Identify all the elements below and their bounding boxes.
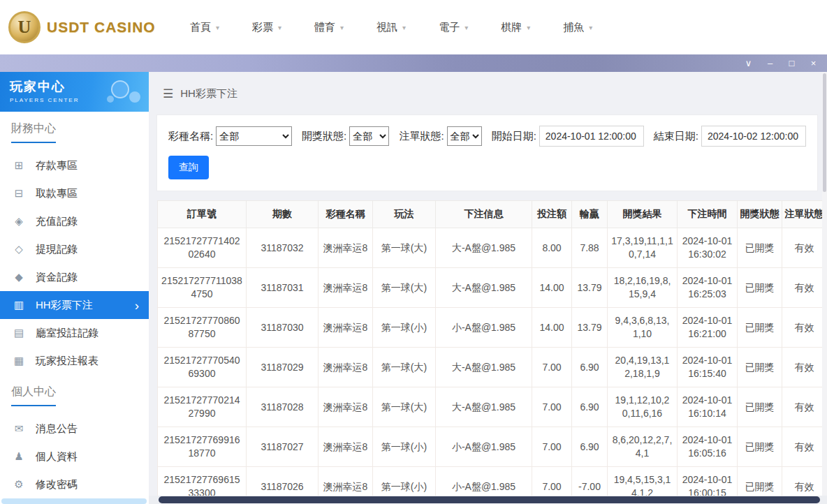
bet-table: 訂單號期數彩種名稱玩法下注信息投注額輸贏開獎結果下注時間開獎狀態注單狀態 215… <box>157 200 827 504</box>
table-cell: 2152172777110384750 <box>158 268 247 308</box>
lottery-name-select[interactable]: 全部 <box>216 126 292 146</box>
table-cell: 31187030 <box>247 308 319 348</box>
nav-item[interactable]: 體育▾ <box>314 21 344 34</box>
table-cell: 7.88 <box>572 228 608 268</box>
table-cell: 2024-10-01 16:10:14 <box>678 387 738 427</box>
table-cell: 19,1,12,10,20,11,6,16 <box>608 387 678 427</box>
table-cell: 7.00 <box>532 427 572 467</box>
order-status-select[interactable]: 全部 <box>447 126 482 146</box>
sidebar-item[interactable]: ▦玩家投注報表 <box>0 347 149 375</box>
table-cell: 澳洲幸运8 <box>319 387 373 427</box>
chips-decoration-icon <box>100 77 142 108</box>
sidebar-item[interactable]: ▥HH彩票下注› <box>0 291 149 319</box>
nav-item[interactable]: 首頁▾ <box>190 21 219 34</box>
table-cell: 有效 <box>782 268 827 308</box>
nav-item-label: 體育 <box>314 21 335 34</box>
sidebar-item[interactable]: ⚙修改密碼 <box>0 470 149 498</box>
table-cell: 31187031 <box>247 268 319 308</box>
sidebar-item[interactable]: ▤廳室投註記錄 <box>0 319 149 347</box>
table-cell: 第一球(大) <box>373 228 436 268</box>
sidebar-section-heading-text: 財務中心 <box>11 121 56 143</box>
column-header: 期數 <box>247 201 319 228</box>
password-icon: ⚙ <box>13 478 25 491</box>
window-controls: ∨ – □ × <box>738 54 824 72</box>
column-header: 開獎結果 <box>608 201 678 228</box>
chevron-down-icon: ▾ <box>278 24 281 31</box>
sidebar-section-heading: 財務中心 <box>0 112 149 143</box>
nav-item-label: 彩票 <box>252 21 273 34</box>
table-cell: 2152172777086087750 <box>158 308 247 348</box>
table-row: 215217277699161877031187027澳洲幸运8第一球(小)小-… <box>158 427 827 467</box>
nav-item-label: 棋牌 <box>501 21 522 34</box>
table-cell: 第一球(大) <box>373 387 436 427</box>
table-cell: 已開獎 <box>738 427 782 467</box>
table-cell: 有效 <box>782 348 827 387</box>
table-cell: 澳洲幸运8 <box>319 228 373 268</box>
chevron-down-icon: ▾ <box>216 24 219 31</box>
sidebar-item[interactable]: ✉消息公告 <box>0 415 149 443</box>
table-cell: 2152172777021427990 <box>158 387 247 427</box>
withdrawal-record-icon: ◇ <box>13 243 25 255</box>
sidebar-section-heading-text: 個人中心 <box>11 385 56 406</box>
table-cell: 31187032 <box>247 228 319 268</box>
sidebar-item[interactable]: ⊞存款專區 <box>0 151 149 179</box>
sidebar-menu: 財務中心⊞存款專區⊟取款專區◈充值記錄◇提現記錄◆資金記錄▥HH彩票下注›▤廳室… <box>0 112 149 498</box>
table-cell: 14.00 <box>532 268 572 308</box>
sidebar-item[interactable]: ◈充值記錄 <box>0 207 149 235</box>
profile-icon: ♟ <box>13 450 25 463</box>
start-date-input[interactable] <box>539 126 644 147</box>
horizontal-scrollbar[interactable] <box>149 496 827 504</box>
sidebar-item-label: 充值記錄 <box>36 215 78 228</box>
sidebar-item[interactable]: ◇提現記錄 <box>0 235 149 263</box>
sidebar-item-label: 資金記錄 <box>36 271 78 284</box>
sidebar-item[interactable]: ♟個人資料 <box>0 443 149 470</box>
minimize-icon[interactable]: – <box>759 54 781 72</box>
close-icon[interactable]: × <box>803 54 824 72</box>
horizontal-scrollbar-thumb[interactable] <box>159 496 820 503</box>
vertical-scrollbar[interactable] <box>822 72 827 496</box>
sidebar-item-label: 修改密碼 <box>36 478 78 491</box>
table-cell: 已開獎 <box>738 348 782 387</box>
hamburger-menu-icon[interactable]: ☰ <box>163 87 173 101</box>
table-cell: 7.00 <box>532 387 572 427</box>
filter-panel: 彩種名稱: 全部 開獎狀態: 全部 注單狀態: 全部 開始日期: 結束日期: 查… <box>157 115 817 191</box>
draw-status-label: 開獎狀態: <box>302 130 346 143</box>
table-row: 215217277711038475031187031澳洲幸运8第一球(大)大-… <box>158 268 827 308</box>
collapse-icon[interactable]: ∨ <box>738 54 759 72</box>
vertical-scrollbar-thumb[interactable] <box>823 73 826 192</box>
end-date-input[interactable] <box>701 126 806 147</box>
nav-item[interactable]: 視訊▾ <box>376 21 406 34</box>
table-header-row: 訂單號期數彩種名稱玩法下注信息投注額輸贏開獎結果下注時間開獎狀態注單狀態 <box>158 201 827 228</box>
nav-item[interactable]: 電子▾ <box>439 21 468 34</box>
brand-logo-icon: U <box>8 11 41 43</box>
draw-status-select[interactable]: 全部 <box>349 126 389 146</box>
sidebar-item[interactable]: ◆資金記錄 <box>0 263 149 291</box>
table-cell: 31187028 <box>247 387 319 427</box>
table-cell: 13.79 <box>572 268 608 308</box>
sidebar-item-label: 消息公告 <box>36 422 78 436</box>
table-cell: 2152172776991618770 <box>158 427 247 467</box>
start-date-label: 開始日期: <box>492 130 536 143</box>
table-cell: 澳洲幸运8 <box>319 268 373 308</box>
maximize-icon[interactable]: □ <box>781 54 803 72</box>
sidebar-item[interactable]: ⊟取款專區 <box>0 179 149 207</box>
table-cell: 7.00 <box>532 348 572 387</box>
sidebar-header: 玩家中心 PLAYERS CENTER <box>0 72 149 112</box>
column-header: 投注額 <box>532 201 572 228</box>
sidebar: 玩家中心 PLAYERS CENTER 財務中心⊞存款專區⊟取款專區◈充值記錄◇… <box>0 72 149 504</box>
search-button[interactable]: 查詢 <box>168 156 209 179</box>
table-cell: 8.00 <box>532 228 572 268</box>
table-cell: 澳洲幸运8 <box>319 427 373 467</box>
column-header: 注單狀態 <box>782 201 827 228</box>
table-cell: 18,2,16,19,8,15,9,4 <box>608 268 678 308</box>
nav-item[interactable]: 棋牌▾ <box>501 21 530 34</box>
nav-item[interactable]: 捕魚▾ <box>563 21 592 34</box>
table-cell: 31187027 <box>247 427 319 467</box>
sidebar-item-label: 存款專區 <box>36 159 78 172</box>
nav-item[interactable]: 彩票▾ <box>252 21 281 34</box>
table-cell: 澳洲幸运8 <box>319 348 373 387</box>
table-cell: 第一球(大) <box>373 268 436 308</box>
table-cell: 第一球(大) <box>373 348 436 387</box>
sidebar-bottom-strip <box>1 498 147 504</box>
table-row: 215217277702142799031187028澳洲幸运8第一球(大)大-… <box>158 387 827 427</box>
